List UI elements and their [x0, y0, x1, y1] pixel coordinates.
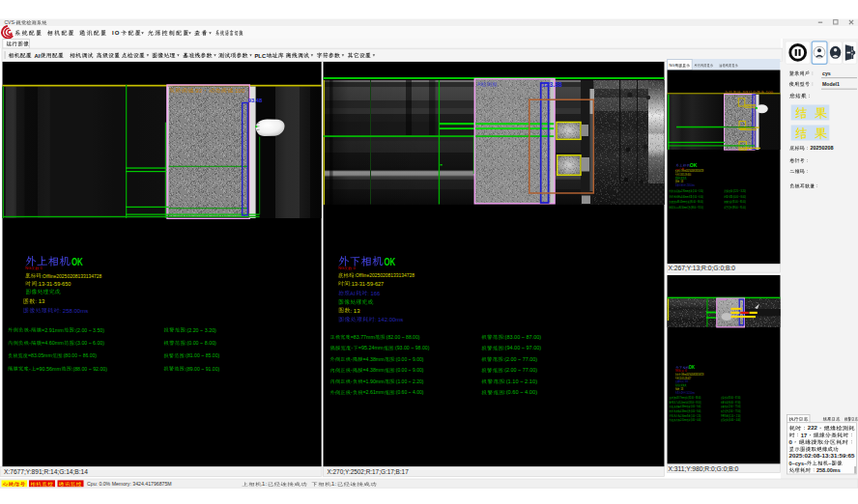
svg-text:=83.05mm: =83.05mm — [28, 352, 52, 358]
svg-text::(0.00 ~ 8.00): :(0.00 ~ 8.00) — [186, 340, 216, 346]
svg-text:X:267;Y:13;R:0;G:0;B:0: X:267;Y:13;R:0;G:0;B:0 — [669, 265, 736, 271]
svg-text::(93.00 ~ 98.00): :(93.00 ~ 98.00) — [393, 345, 429, 350]
svg-text::(2.20 ~ 3.20): :(2.20 ~ 3.20) — [186, 327, 216, 333]
svg-text:: 258.00ms: : 258.00ms — [686, 183, 696, 187]
svg-text:17: 17 — [801, 433, 807, 438]
svg-text:: 258.00ms: : 258.00ms — [60, 308, 89, 314]
svg-text::Offline20250208133134728: :Offline20250208133134728 — [42, 273, 102, 279]
svg-text::(88.00 ~ 92.00): :(88.00 ~ 92.00) — [72, 366, 107, 372]
svg-text:: 142.00ms: : 142.00ms — [375, 317, 404, 322]
svg-text::100: :100 — [233, 88, 244, 94]
svg-text:93,48: 93,48 — [248, 98, 263, 103]
svg-text::(81.00 ~ 85.00): :(81.00 ~ 85.00) — [731, 200, 746, 204]
svg-text:=4.38mm: =4.38mm — [363, 356, 385, 362]
svg-text:=2.61mm: =2.61mm — [679, 418, 687, 422]
svg-text::(2.00 ~ 77.00): :(2.00 ~ 77.00) — [728, 405, 740, 408]
svg-text:: 13: : 13 — [35, 298, 45, 304]
svg-text:=83.77mm: =83.77mm — [676, 396, 685, 400]
svg-text:-: - — [675, 409, 676, 413]
svg-text:=1.90mm: =1.90mm — [679, 414, 687, 418]
svg-text:2025:02:08-13:31:59:65: 2025:02:08-13:31:59:65 — [789, 453, 855, 459]
svg-text:: 13: : 13 — [679, 180, 683, 183]
svg-text:222: 222 — [808, 425, 817, 431]
svg-text:X:311;Y:980;R:0;G:0;B:0: X:311;Y:980;R:0;G:0;B:0 — [669, 465, 739, 472]
svg-text:NG: NG — [25, 266, 31, 270]
svg-text:=1.90mm: =1.90mm — [363, 378, 385, 384]
svg-text::(1.00 ~ 2.20): :(1.00 ~ 2.20) — [394, 378, 424, 384]
svg-text::(83.00 ~ 87.00): :(83.00 ~ 87.00) — [728, 396, 741, 400]
svg-text::(1.10 ~ 2.10): :(1.10 ~ 2.10) — [729, 414, 741, 418]
svg-text::(1.10 ~ 2.10): :(1.10 ~ 2.10) — [504, 378, 537, 384]
svg-text:-: - — [675, 206, 676, 210]
svg-text::(88.00 ~ 92.00): :(88.00 ~ 92.00) — [691, 206, 703, 210]
svg-text::(2.00 ~ 3.50): :(2.00 ~ 3.50) — [74, 327, 104, 333]
svg-text:=4.38mm: =4.38mm — [679, 405, 687, 408]
svg-text:=4.60mm: =4.60mm — [42, 340, 64, 346]
svg-text:20250208: 20250208 — [810, 145, 833, 151]
svg-text:: 13: : 13 — [679, 387, 683, 391]
svg-text::(3.00 ~ 6.00): :(3.00 ~ 6.00) — [74, 340, 104, 346]
svg-text::93: :93 — [741, 91, 749, 95]
svg-text:-: - — [676, 195, 677, 199]
svg-text:=83.77mm: =83.77mm — [351, 334, 375, 340]
svg-text:0~cys~: 0~cys~ — [789, 461, 808, 466]
svg-text:PLC: PLC — [255, 53, 267, 59]
svg-text::(0.00 ~ 9.00): :(0.00 ~ 9.00) — [394, 356, 424, 362]
svg-text:-: - — [675, 414, 676, 418]
svg-text::(94.00 ~ 97.00): :(94.00 ~ 97.00) — [728, 401, 741, 405]
svg-text::(82.00 ~ 88.00): :(82.00 ~ 88.00) — [385, 334, 419, 340]
svg-text::13-31-59-650: :13-31-59-650 — [679, 173, 691, 177]
svg-text::(0.60 ~ 4.00): :(0.60 ~ 4.00) — [729, 418, 741, 422]
svg-text::(0.00 ~ 9.00): :(0.00 ~ 9.00) — [690, 409, 701, 413]
svg-text:Cpu: 0.0% Memory: 3424.4179687: Cpu: 0.0% Memory: 3424.41796875M — [87, 481, 172, 487]
svg-text::(2.00 ~ 77.00): :(2.00 ~ 77.00) — [503, 367, 538, 373]
svg-text::(0.60 ~ 4.00): :(0.60 ~ 4.00) — [504, 389, 537, 395]
svg-text:=4.60mm: =4.60mm — [680, 195, 689, 199]
svg-text::(3.00 ~ 6.00): :(3.00 ~ 6.00) — [692, 195, 703, 199]
svg-text::(2.20 ~ 3.20): :(2.20 ~ 3.20) — [732, 189, 746, 193]
svg-text::(94.00 ~ 97.00): :(94.00 ~ 97.00) — [503, 345, 541, 350]
svg-text::(93.00 ~ 98.00): :(93.00 ~ 98.00) — [689, 401, 701, 405]
svg-text:=2.91mm: =2.91mm — [680, 189, 689, 193]
svg-text:=90.56mm: =90.56mm — [677, 206, 687, 210]
svg-text:AI: AI — [477, 81, 482, 87]
svg-text:-: - — [675, 405, 676, 408]
svg-text:NG: NG — [338, 266, 344, 270]
svg-text:123.88: 123.88 — [542, 81, 562, 88]
svg-text:=90.56mm: =90.56mm — [36, 366, 61, 372]
svg-text:=4.38mm: =4.38mm — [363, 367, 385, 373]
svg-text::(0.60 ~ 4.00): :(0.60 ~ 4.00) — [394, 389, 424, 395]
svg-text:AI: AI — [350, 291, 356, 296]
svg-text:: 13: : 13 — [351, 308, 361, 314]
svg-text:NG: NG — [670, 64, 675, 68]
svg-text:258.00ms: 258.00ms — [816, 467, 841, 473]
svg-text:OK: OK — [690, 162, 698, 168]
svg-text:=83.05mm: =83.05mm — [676, 200, 686, 204]
svg-text:=2.91mm: =2.91mm — [42, 327, 64, 333]
svg-text:X:7677;Y:891;R:14;G:14;B:14: X:7677;Y:891;R:14;G:14;B:14 — [4, 468, 88, 475]
svg-text:AI: AI — [35, 53, 41, 59]
svg-text::13-31-59-650: :13-31-59-650 — [37, 281, 71, 287]
svg-text::(2.00 ~ 77.00): :(2.00 ~ 77.00) — [503, 356, 538, 362]
svg-text:AI: AI — [679, 379, 681, 383]
svg-text::(83.00 ~ 87.00): :(83.00 ~ 87.00) — [503, 334, 541, 340]
svg-text::(0.00 ~ 9.00): :(0.00 ~ 9.00) — [394, 367, 424, 373]
svg-text::(80.00 ~ 86.00): :(80.00 ~ 86.00) — [690, 200, 703, 204]
svg-text:OK: OK — [689, 365, 696, 370]
svg-text::(0.00 ~ 8.00): :(0.00 ~ 8.00) — [732, 195, 746, 199]
svg-text::(0.00 ~ 9.00): :(0.00 ~ 9.00) — [690, 405, 701, 408]
svg-text::(80.00 ~ 86.00): :(80.00 ~ 86.00) — [62, 352, 97, 358]
svg-text:~: ~ — [828, 461, 831, 466]
svg-text:: 166: : 166 — [367, 291, 380, 296]
svg-text:=4.38mm: =4.38mm — [679, 409, 687, 413]
svg-text:-: - — [675, 418, 676, 422]
svg-text::93: :93 — [194, 88, 203, 94]
svg-text:=95.24mm: =95.24mm — [358, 345, 384, 350]
svg-text::(89.00 ~ 91.00): :(89.00 ~ 91.00) — [185, 366, 220, 372]
svg-text:-: - — [676, 189, 677, 193]
svg-text::(89.00 ~ 91.00): :(89.00 ~ 91.00) — [731, 206, 746, 210]
svg-text:OK: OK — [72, 256, 83, 267]
svg-text:IO: IO — [112, 30, 120, 36]
svg-text:0: 0 — [789, 439, 792, 445]
svg-text:1:: 1: — [331, 482, 337, 487]
